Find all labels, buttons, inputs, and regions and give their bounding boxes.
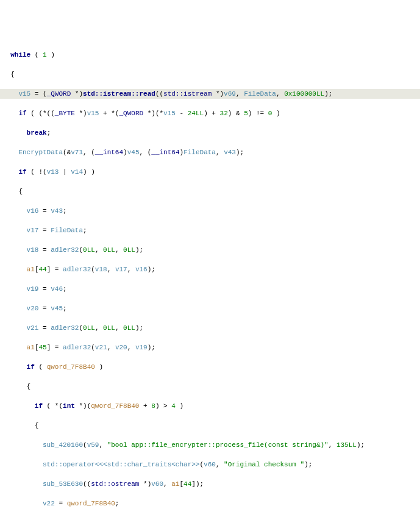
func-call: adler32 [63, 344, 91, 351]
literal: 24LL [188, 110, 204, 117]
type: _QWORD [119, 110, 143, 117]
literal: 0LL [103, 324, 115, 332]
var: v15 [18, 90, 30, 98]
var: v43 [51, 207, 63, 215]
var: v69 [224, 90, 236, 98]
var: v46 [51, 285, 63, 293]
code-line: while ( 1 ) [0, 50, 420, 60]
code-line: if ( (*((_BYTE *)v15 + *(_QWORD *)(*v15 … [0, 109, 420, 118]
arg: FileData [183, 149, 216, 156]
var: v45 [51, 305, 63, 312]
literal: 8 [151, 402, 155, 410]
type: std::ostream [91, 480, 139, 488]
var: v15 [87, 110, 99, 117]
func-call: sub_420160 [43, 441, 83, 449]
code-line-highlighted: v15 = (_QWORD *)std::istream::read((std:… [0, 89, 420, 99]
code-line: sub_420160(v59, "bool app::file_encrypte… [0, 440, 420, 450]
code-line: if ( *(int *)(qword_7F8B40 + 8) > 4 ) [0, 401, 420, 411]
code-line: a1[45] = adler32(v21, v20, v19); [0, 343, 420, 352]
literal: 32 [220, 110, 228, 117]
func-call: sub_53E630 [43, 480, 83, 488]
code-line: std::operator<<<std::char_traits<char>>(… [0, 460, 420, 469]
var: v15 [163, 110, 176, 117]
decompiler-code-view[interactable]: while ( 1 ) { v15 = (_QWORD *)std::istre… [0, 39, 420, 520]
code-line: { [0, 187, 420, 196]
code-line: v17 = FileData; [0, 226, 420, 235]
var: v13 [47, 168, 59, 176]
literal: 1 [43, 51, 47, 59]
literal: 0LL [83, 246, 95, 254]
type: std::istream [163, 90, 212, 98]
string-lit: "Original checksum " [224, 461, 304, 468]
var: v17 [115, 266, 127, 273]
literal: 44 [38, 266, 46, 273]
keyword-break: break [27, 129, 47, 137]
type: int [63, 402, 75, 410]
code-line: a1[44] = adler32(v18, v17, v16); [0, 265, 420, 274]
var: a1 [27, 266, 35, 273]
literal: 45 [38, 344, 46, 351]
arg: FileData [51, 227, 83, 234]
code-line: v22 = qword_7F8B40; [0, 499, 420, 508]
literal: 0x100000LL [284, 90, 324, 98]
literal: 5 [244, 110, 248, 117]
literal: 0LL [83, 324, 95, 332]
var: a1 [27, 344, 35, 351]
var: v19 [27, 285, 39, 293]
type: __int64 [151, 149, 179, 156]
code-line: EncryptData(&v71, (__int64)v45, (__int64… [0, 148, 420, 157]
code-line: if ( qword_7F8B40 ) [0, 362, 420, 372]
var: v59 [87, 441, 99, 449]
literal: 0LL [103, 246, 115, 254]
code-line: break; [0, 128, 420, 138]
literal: 0LL [123, 324, 135, 332]
var: v60 [204, 461, 216, 468]
code-line: sub_53E630((std::ostream *)v60, a1[44]); [0, 479, 420, 489]
code-line: if ( !(v13 | v14) ) [0, 167, 420, 177]
var: v43 [224, 149, 236, 156]
string-lit: "bool app::file_encrypter::process_file(… [107, 441, 329, 449]
keyword-if: if [27, 363, 35, 371]
keyword-if: if [18, 168, 26, 176]
var: v20 [115, 344, 127, 351]
var: v14 [71, 168, 83, 176]
keyword-while: while [10, 51, 30, 59]
var: v16 [135, 266, 148, 273]
literal: 0LL [123, 246, 135, 254]
code-line: { [0, 69, 420, 79]
func-call: EncryptData [18, 149, 63, 156]
type: _BYTE [55, 110, 75, 117]
var: v21 [95, 344, 107, 351]
global: qword_7F8B40 [67, 500, 115, 507]
keyword-if: if [18, 110, 26, 117]
var: v45 [127, 149, 140, 156]
literal: 135LL [336, 441, 357, 449]
var: v71 [71, 149, 83, 156]
func-call: std::istream::read [83, 90, 155, 98]
var: v17 [27, 227, 39, 234]
var: v18 [27, 246, 39, 254]
global: qword_7F8B40 [91, 402, 139, 410]
code-line: v19 = v46; [0, 284, 420, 294]
var: v20 [27, 305, 39, 312]
code-line: v18 = adler32(0LL, 0LL, 0LL); [0, 245, 420, 255]
var: v18 [95, 266, 107, 273]
func-call: adler32 [51, 324, 79, 332]
var: v60 [151, 480, 163, 488]
code-line: v20 = v45; [0, 304, 420, 313]
keyword-if: if [35, 402, 43, 410]
func-call: adler32 [63, 266, 91, 273]
arg: FileData [244, 90, 276, 98]
var: v21 [27, 324, 39, 332]
code-line: v21 = adler32(0LL, 0LL, 0LL); [0, 323, 420, 333]
func-call: std::operator<<<std::char_traits<char>> [43, 461, 199, 468]
literal: 0 [268, 110, 272, 117]
func-call: adler32 [51, 246, 79, 254]
var: v22 [43, 500, 55, 507]
var: a1 [171, 480, 179, 488]
code-line: { [0, 382, 420, 391]
var: v16 [27, 207, 39, 215]
global: qword_7F8B40 [47, 363, 95, 371]
type: _QWORD [47, 90, 71, 98]
literal: 4 [171, 402, 176, 410]
